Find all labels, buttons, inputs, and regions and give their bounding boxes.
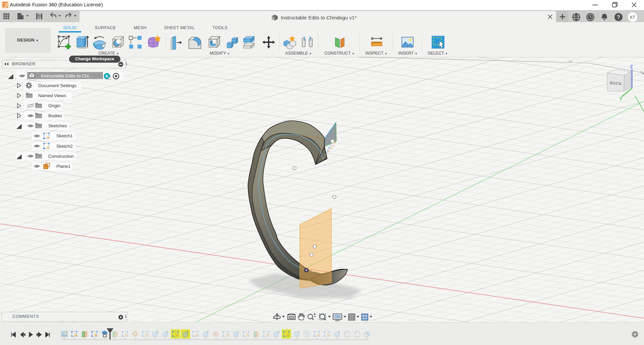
svg-text:Bodies: Bodies <box>48 113 62 118</box>
svg-text:?: ? <box>617 14 620 20</box>
svg-text:Document Settings: Document Settings <box>38 83 76 88</box>
svg-text:Instructable Edits to Chi...: Instructable Edits to Chi... <box>41 73 93 78</box>
svg-text:Origin: Origin <box>48 103 60 108</box>
svg-text:Sketches: Sketches <box>48 123 67 128</box>
svg-text:Plane1: Plane1 <box>56 164 70 169</box>
svg-text:K: K <box>106 74 109 79</box>
svg-text:KT: KT <box>630 15 635 20</box>
svg-text:Named Views: Named Views <box>38 93 66 98</box>
svg-text:Construction: Construction <box>48 154 74 159</box>
svg-text:50: 50 <box>569 60 572 63</box>
svg-text:Sketch2: Sketch2 <box>56 144 73 149</box>
svg-text:Y: Y <box>619 96 623 101</box>
svg-text:Z: Z <box>630 64 633 69</box>
svg-text:Sketch1: Sketch1 <box>56 133 73 138</box>
